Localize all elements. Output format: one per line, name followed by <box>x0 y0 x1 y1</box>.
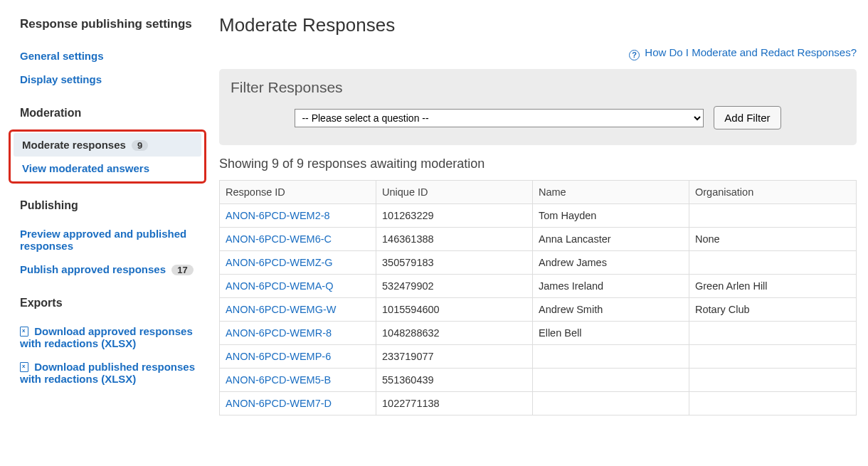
response-id-link[interactable]: ANON-6PCD-WEM2-8 <box>226 210 330 221</box>
filter-panel-title: Filter Responses <box>231 79 845 96</box>
moderation-highlight-box: Moderate responses 9 View moderated answ… <box>9 129 206 184</box>
file-xlsx-icon <box>20 362 28 372</box>
response-id-link[interactable]: ANON-6PCD-WEMR-8 <box>226 327 332 339</box>
responses-table: Response ID Unique ID Name Organisation … <box>219 180 857 415</box>
cell-unique-id: 1022771138 <box>376 392 533 415</box>
help-row: ? How Do I Moderate and Redact Responses… <box>219 46 857 60</box>
cell-organisation <box>689 251 857 275</box>
cell-name <box>533 345 689 369</box>
response-id-link[interactable]: ANON-6PCD-WEMA-Q <box>226 280 333 292</box>
cell-organisation: None <box>689 228 857 251</box>
table-row: ANON-6PCD-WEMP-6233719077 <box>220 345 857 369</box>
sidebar-section-publishing-title: Publishing <box>11 199 211 212</box>
help-link-text: How Do I Moderate and Redact Responses? <box>645 46 857 58</box>
table-row: ANON-6PCD-WEM2-8101263229Tom Hayden <box>220 204 857 228</box>
sidebar: Response publishing settings General set… <box>0 0 211 466</box>
table-row: ANON-6PCD-WEMG-W1015594600Andrew SmithRo… <box>220 298 857 322</box>
col-header-organisation: Organisation <box>689 181 857 204</box>
cell-name: Andrew James <box>533 251 689 275</box>
cell-organisation: Green Arlen Hill <box>689 275 857 298</box>
cell-unique-id: 101263229 <box>376 204 533 228</box>
cell-response-id: ANON-6PCD-WEM5-B <box>220 369 376 392</box>
cell-response-id: ANON-6PCD-WEM6-C <box>220 228 376 251</box>
col-header-name: Name <box>533 181 689 204</box>
col-header-response-id: Response ID <box>220 181 376 204</box>
cell-unique-id: 1048288632 <box>376 322 533 345</box>
help-icon: ? <box>629 50 640 60</box>
response-id-link[interactable]: ANON-6PCD-WEMP-6 <box>226 351 331 362</box>
sidebar-item-moderate-responses[interactable]: Moderate responses 9 <box>14 133 201 157</box>
help-link-moderate-redact[interactable]: ? How Do I Moderate and Redact Responses… <box>629 46 857 58</box>
cell-response-id: ANON-6PCD-WEMG-W <box>220 298 376 322</box>
table-row: ANON-6PCD-WEM7-D1022771138 <box>220 392 857 415</box>
cell-unique-id: 350579183 <box>376 251 533 275</box>
sidebar-link-download-approved-xlsx[interactable]: Download approved responses with redacti… <box>11 319 211 355</box>
sidebar-section-settings-title: Response publishing settings <box>11 17 211 31</box>
cell-organisation <box>689 204 857 228</box>
cell-name: Andrew Smith <box>533 298 689 322</box>
table-row: ANON-6PCD-WEMA-Q532479902James IrelandGr… <box>220 275 857 298</box>
cell-organisation <box>689 345 857 369</box>
cell-response-id: ANON-6PCD-WEMZ-G <box>220 251 376 275</box>
cell-name: Tom Hayden <box>533 204 689 228</box>
sidebar-link-publish-approved[interactable]: Publish approved responses 17 <box>11 258 211 281</box>
response-id-link[interactable]: ANON-6PCD-WEM7-D <box>226 398 332 409</box>
response-id-link[interactable]: ANON-6PCD-WEMG-W <box>226 304 336 315</box>
cell-response-id: ANON-6PCD-WEMP-6 <box>220 345 376 369</box>
cell-name: Anna Lancaster <box>533 228 689 251</box>
page-title: Moderate Responses <box>219 14 857 36</box>
sidebar-link-general-settings[interactable]: General settings <box>11 44 211 68</box>
response-id-link[interactable]: ANON-6PCD-WEMZ-G <box>226 257 333 268</box>
table-row: ANON-6PCD-WEMZ-G350579183Andrew James <box>220 251 857 275</box>
badge-publish-count: 17 <box>171 265 193 275</box>
cell-organisation <box>689 369 857 392</box>
sidebar-item-label: Download published responses with redact… <box>20 361 195 385</box>
cell-response-id: ANON-6PCD-WEM7-D <box>220 392 376 415</box>
cell-organisation: Rotary Club <box>689 298 857 322</box>
add-filter-button[interactable]: Add Filter <box>714 106 780 129</box>
cell-name <box>533 392 689 415</box>
cell-name: Ellen Bell <box>533 322 689 345</box>
filter-row: -- Please select a question -- Add Filte… <box>231 106 845 129</box>
cell-response-id: ANON-6PCD-WEMR-8 <box>220 322 376 345</box>
cell-unique-id: 146361388 <box>376 228 533 251</box>
sidebar-link-preview-approved[interactable]: Preview approved and published responses <box>11 222 211 258</box>
cell-response-id: ANON-6PCD-WEMA-Q <box>220 275 376 298</box>
badge-moderate-count: 9 <box>132 140 148 151</box>
table-row: ANON-6PCD-WEMR-81048288632Ellen Bell <box>220 322 857 345</box>
showing-count-text: Showing 9 of 9 responses awaiting modera… <box>219 157 857 171</box>
cell-unique-id: 532479902 <box>376 275 533 298</box>
filter-question-select[interactable]: -- Please select a question -- <box>295 109 704 127</box>
response-id-link[interactable]: ANON-6PCD-WEM5-B <box>226 374 331 386</box>
file-xlsx-icon <box>20 327 28 337</box>
response-id-link[interactable]: ANON-6PCD-WEM6-C <box>226 233 332 245</box>
sidebar-section-exports-title: Exports <box>11 297 211 309</box>
sidebar-link-view-moderated-answers[interactable]: View moderated answers <box>14 157 201 180</box>
cell-unique-id: 233719077 <box>376 345 533 369</box>
sidebar-item-label: Moderate responses <box>22 139 126 151</box>
main-content: Moderate Responses ? How Do I Moderate a… <box>211 0 868 466</box>
filter-panel: Filter Responses -- Please select a ques… <box>219 69 857 145</box>
sidebar-item-label: Publish approved responses <box>20 263 166 275</box>
cell-name <box>533 369 689 392</box>
cell-name: James Ireland <box>533 275 689 298</box>
cell-unique-id: 1015594600 <box>376 298 533 322</box>
table-header-row: Response ID Unique ID Name Organisation <box>220 181 857 204</box>
cell-organisation <box>689 392 857 415</box>
sidebar-section-moderation-title: Moderation <box>11 107 211 120</box>
table-row: ANON-6PCD-WEM6-C146361388Anna LancasterN… <box>220 228 857 251</box>
sidebar-link-download-published-xlsx[interactable]: Download published responses with redact… <box>11 355 211 391</box>
cell-response-id: ANON-6PCD-WEM2-8 <box>220 204 376 228</box>
sidebar-link-display-settings[interactable]: Display settings <box>11 68 211 91</box>
table-row: ANON-6PCD-WEM5-B551360439 <box>220 369 857 392</box>
sidebar-item-label: Download approved responses with redacti… <box>20 325 193 349</box>
col-header-unique-id: Unique ID <box>376 181 533 204</box>
cell-organisation <box>689 322 857 345</box>
cell-unique-id: 551360439 <box>376 369 533 392</box>
